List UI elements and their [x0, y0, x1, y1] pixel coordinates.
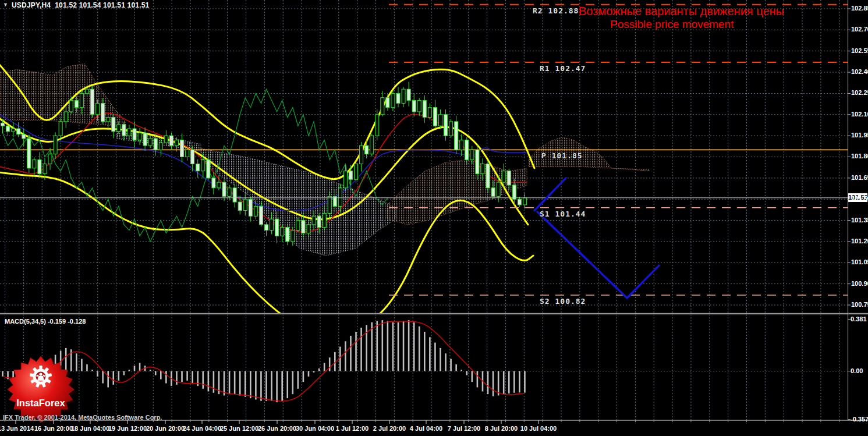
time-axis-label: 30 Jun 04:00 — [296, 425, 334, 432]
chart-dropdown-icon[interactable]: ▼ — [3, 2, 8, 8]
price-axis-label: 101.35 — [851, 217, 868, 224]
price-axis-label: 102.40 — [851, 68, 868, 75]
price-chart-canvas[interactable]: InstaForex — [0, 0, 868, 436]
annotation-text-ru: Возможные варианты движения цены — [579, 5, 784, 18]
macd-axis-label: 0.00 — [851, 367, 863, 374]
pivot-label-S1: S1 101.44 — [540, 210, 586, 218]
price-axis-label: 100.75 — [851, 301, 868, 308]
macd-axis-label: -0.357 — [851, 416, 868, 423]
price-axis-label: 101.65 — [851, 174, 868, 181]
logo-text: InstaForex — [16, 398, 65, 408]
mt4-chart-window: InstaForex ▼ USDJPY,H4 101.52 101.54 101… — [0, 0, 868, 436]
pivot-label-R2: R2 102.88 — [533, 6, 579, 15]
time-axis-label: 8 Jul 20:00 — [485, 425, 518, 432]
time-axis-label: 1 Jul 12:00 — [336, 425, 369, 432]
price-axis-label: 102.10 — [851, 111, 868, 118]
price-axis-label: 100.90 — [851, 280, 868, 287]
price-axis-label: 101.80 — [851, 153, 868, 159]
pivot-label-R1: R1 102.47 — [540, 64, 586, 73]
copyright-text: IFX Trader, © 2001-2014, MetaQuotes Soft… — [3, 414, 162, 421]
price-axis-label: 102.25 — [851, 89, 868, 96]
price-axis-label: 101.05 — [851, 258, 868, 265]
macd-indicator-label: MACD(5,34,5) -0.159 -0.128 — [5, 318, 86, 325]
time-axis-label: 7 Jul 12:00 — [448, 425, 480, 432]
time-axis-label: 24 Jun 04:00 — [183, 425, 221, 432]
time-axis-label: 18 Jun 04:00 — [71, 425, 109, 432]
price-axis-label: 102.70 — [851, 26, 868, 33]
time-axis-label: 4 Jul 04:00 — [410, 425, 442, 432]
chart-title: USDJPY,H4 101.52 101.54 101.51 101.51 — [12, 1, 149, 9]
time-axis-label: 26 Jun 20:00 — [258, 425, 296, 432]
pivot-label-P: P 101.85 — [541, 151, 583, 160]
symbol-period-label: USDJPY,H4 — [12, 1, 51, 9]
time-axis-label: 10 Jul 04:00 — [520, 425, 557, 432]
time-axis-label: 2 Jul 20:00 — [373, 425, 406, 432]
time-axis-label: 20 Jun 20:00 — [146, 425, 185, 432]
annotation-text-en: Possible price movement — [610, 18, 734, 31]
time-axis-label: 19 Jun 12:00 — [108, 425, 147, 432]
time-axis-label: 25 Jun 12:00 — [220, 425, 258, 432]
price-axis-label: 102.85 — [851, 5, 868, 12]
ohlc-quote-label: 101.52 101.54 101.51 101.51 — [55, 1, 149, 9]
time-axis-label: 16 Jun 20:00 — [34, 425, 73, 432]
price-axis-label: 102.55 — [851, 47, 868, 54]
price-axis-label: 101.50 — [851, 195, 868, 202]
time-axis-label: 13 Jun 2014 — [0, 425, 34, 432]
macd-axis-label: 0.381 — [851, 316, 867, 322]
pivot-label-S2: S2 100.82 — [540, 297, 586, 306]
price-axis-label: 101.20 — [851, 238, 868, 244]
price-axis-label: 101.95 — [851, 132, 868, 139]
